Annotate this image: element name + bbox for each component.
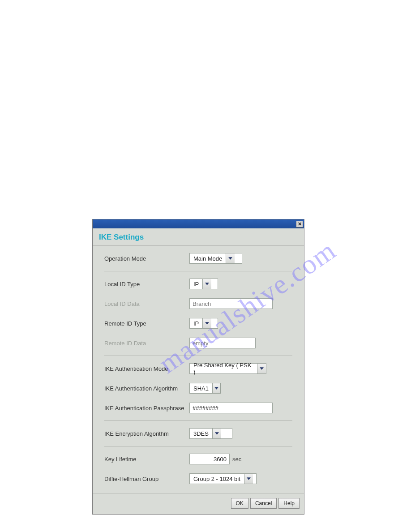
chevron-down-icon <box>257 364 266 373</box>
operation-mode-value: Main Mode <box>190 253 226 263</box>
ike-auth-algo-select[interactable]: SHA1 <box>189 383 221 394</box>
chevron-down-icon <box>202 318 211 328</box>
dh-group-select[interactable]: Group 2 - 1024 bit <box>189 473 257 484</box>
key-lifetime-label: Key Lifetime <box>104 456 189 463</box>
chevron-down-icon <box>212 383 220 393</box>
ike-auth-mode-label: IKE Authentication Mode <box>104 365 189 372</box>
remote-id-type-value: IP <box>190 318 202 328</box>
close-button[interactable]: ✕ <box>296 221 303 227</box>
ike-auth-algo-value: SHA1 <box>190 383 212 393</box>
ike-auth-mode-select[interactable]: Pre Shared Key ( PSK ) <box>189 363 266 374</box>
close-icon: ✕ <box>298 222 302 227</box>
row-ike-auth-pass: IKE Authentication Passphrase <box>104 398 292 418</box>
dialog-header: IKE Settings <box>93 228 304 246</box>
divider <box>104 271 292 271</box>
ike-settings-dialog: ✕ IKE Settings Operation Mode Main Mode … <box>92 219 304 515</box>
key-lifetime-input[interactable] <box>189 454 230 464</box>
row-key-lifetime: Key Lifetime sec <box>104 449 292 469</box>
local-id-data-label: Local ID Data <box>104 300 189 307</box>
key-lifetime-unit: sec <box>232 456 241 463</box>
cancel-button[interactable]: Cancel <box>250 498 277 509</box>
row-operation-mode: Operation Mode Main Mode <box>104 249 292 268</box>
row-dh-group: Diffie-Hellman Group Group 2 - 1024 bit <box>104 469 292 489</box>
ok-button[interactable]: OK <box>231 498 248 509</box>
button-row: OK Cancel Help <box>93 493 304 514</box>
chevron-down-icon <box>202 279 211 289</box>
ike-auth-algo-label: IKE Authentication Algorithm <box>104 385 189 392</box>
chevron-down-icon <box>212 429 221 438</box>
divider <box>104 356 292 356</box>
operation-mode-select[interactable]: Main Mode <box>189 253 242 264</box>
chevron-down-icon <box>244 474 253 484</box>
operation-mode-label: Operation Mode <box>104 255 189 262</box>
local-id-type-label: Local ID Type <box>104 281 189 287</box>
form-area: Operation Mode Main Mode Local ID Type I… <box>93 246 304 493</box>
row-ike-enc-algo: IKE Encryption Algorithm 3DES <box>104 424 292 443</box>
local-id-data-input[interactable] <box>189 298 273 309</box>
ike-auth-mode-value: Pre Shared Key ( PSK ) <box>190 364 257 373</box>
chevron-down-icon <box>226 253 235 263</box>
dh-group-label: Diffie-Hellman Group <box>104 476 189 482</box>
row-local-id-data: Local ID Data <box>104 294 292 313</box>
row-local-id-type: Local ID Type IP <box>104 274 292 294</box>
divider <box>104 420 292 421</box>
ike-auth-pass-input[interactable] <box>189 403 273 413</box>
local-id-type-value: IP <box>190 279 202 289</box>
ike-auth-pass-label: IKE Authentication Passphrase <box>104 405 189 412</box>
help-button[interactable]: Help <box>278 498 300 509</box>
ike-enc-algo-label: IKE Encryption Algorithm <box>104 430 189 437</box>
ike-enc-algo-select[interactable]: 3DES <box>189 428 232 439</box>
dh-group-value: Group 2 - 1024 bit <box>190 474 244 484</box>
remote-id-type-label: Remote ID Type <box>104 320 189 327</box>
remote-id-data-label: Remote ID Data <box>104 340 189 347</box>
row-remote-id-data: Remote ID Data <box>104 333 292 353</box>
dialog-titlebar: ✕ <box>93 219 304 228</box>
local-id-type-select[interactable]: IP <box>189 279 218 289</box>
divider <box>104 446 292 446</box>
row-ike-auth-mode: IKE Authentication Mode Pre Shared Key (… <box>104 359 292 378</box>
row-remote-id-type: Remote ID Type IP <box>104 313 292 333</box>
remote-id-data-input[interactable] <box>189 338 256 348</box>
ike-enc-algo-value: 3DES <box>190 429 212 438</box>
remote-id-type-select[interactable]: IP <box>189 318 218 329</box>
row-ike-auth-algo: IKE Authentication Algorithm SHA1 <box>104 378 292 398</box>
